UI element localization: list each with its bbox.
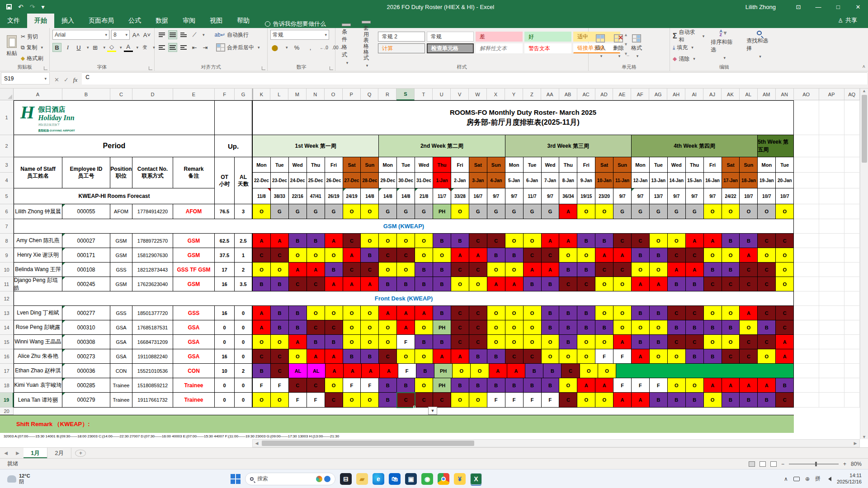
format-cells-button[interactable]: 格式▾ (627, 30, 646, 62)
shift-cell[interactable]: O (379, 234, 397, 248)
shift-cell[interactable]: B (577, 234, 595, 248)
col-header-AH[interactable]: AH (667, 89, 685, 100)
day-header-cell[interactable]: Sat (722, 157, 740, 173)
empty-cell[interactable] (844, 248, 860, 263)
date-header-cell[interactable]: 20-Jan (776, 173, 794, 188)
weather-widget[interactable]: 12°C阴 (0, 473, 90, 484)
align-center-icon[interactable] (168, 43, 177, 52)
shift-cell[interactable]: A (704, 234, 722, 248)
col-header-AI[interactable]: AI (685, 89, 703, 100)
al-cell[interactable]: 0 (235, 306, 252, 320)
shift-cell[interactable]: C (776, 320, 794, 335)
shift-cell[interactable]: O (361, 204, 379, 219)
ot-cell[interactable]: 76.5 (215, 204, 235, 219)
forecast-cell[interactable]: 9/7 (668, 188, 686, 204)
shift-cell[interactable]: B (542, 378, 560, 393)
col-header-L[interactable]: L (270, 89, 288, 100)
col-header-AD[interactable]: AD (595, 89, 613, 100)
empty-cell[interactable] (794, 320, 819, 335)
shift-cell[interactable]: O (487, 320, 505, 335)
shift-cell[interactable]: A (650, 277, 668, 291)
tab-数据[interactable]: 数据 (148, 14, 175, 28)
shift-cell[interactable]: B (487, 248, 505, 263)
number-dialog-launcher[interactable] (330, 66, 333, 70)
empty-cell[interactable] (844, 234, 860, 248)
cell-style-计算[interactable]: 计算 (378, 43, 425, 53)
new-sheet-button[interactable]: + (75, 450, 86, 457)
employee-id-cell[interactable]: 000310 (62, 320, 110, 335)
comma-icon[interactable]: , (306, 43, 315, 52)
shift-cell[interactable]: O (361, 335, 379, 349)
shift-cell[interactable]: O (343, 306, 361, 320)
shift-cell[interactable]: A (507, 364, 525, 378)
shift-cell[interactable]: A (704, 378, 722, 393)
day-header-cell[interactable]: Wed (289, 157, 307, 173)
display-icon[interactable] (793, 477, 800, 481)
shift-cell[interactable]: B (740, 393, 758, 408)
employee-id-cell[interactable]: 000273 (62, 349, 110, 364)
shift-cell[interactable]: O (758, 248, 776, 263)
shift-cell[interactable]: C (577, 277, 595, 291)
position-cell[interactable]: GSM (110, 234, 132, 248)
page-layout-view-icon[interactable] (760, 461, 766, 467)
shift-cell[interactable]: B (543, 364, 561, 378)
forecast-cell[interactable]: 26/19 (325, 188, 343, 204)
shift-cell[interactable]: A (613, 393, 632, 408)
date-header-cell[interactable]: 31-Dec (415, 173, 433, 188)
staff-name-cell[interactable]: Winni Wang 王晶晶 (14, 335, 62, 349)
shift-cell[interactable]: C (307, 320, 325, 335)
shift-cell[interactable]: B (524, 277, 542, 291)
shift-cell[interactable]: O (704, 248, 722, 263)
forecast-cell[interactable]: 16/7 (469, 188, 487, 204)
al-cell[interactable]: 3 (235, 204, 252, 219)
shift-cell[interactable]: C (253, 349, 271, 364)
cell-style-检查单元格[interactable]: 检查单元格 (427, 43, 474, 53)
shift-cell[interactable]: B (776, 378, 794, 393)
col-header-AG[interactable]: AG (649, 89, 667, 100)
empty-cell[interactable] (819, 135, 844, 157)
shift-cell[interactable]: O (451, 277, 469, 291)
shift-cell[interactable]: O (415, 378, 433, 393)
shift-cell[interactable]: C (668, 248, 686, 263)
shift-cell[interactable]: O (668, 378, 686, 393)
shift-cell[interactable]: C (559, 393, 577, 408)
shift-cell[interactable]: O (524, 234, 542, 248)
shift-cell[interactable]: G (542, 204, 560, 219)
date-header-cell[interactable]: 4-Jan (487, 173, 505, 188)
col-header-R[interactable]: R (378, 89, 396, 100)
align-right-icon[interactable] (179, 43, 188, 52)
shift-cell[interactable]: B (289, 306, 307, 320)
shift-cell[interactable]: F (253, 378, 271, 393)
empty-cell[interactable] (794, 306, 819, 320)
shift-cell[interactable]: C (469, 320, 487, 335)
contact-cell[interactable]: 19117661732 (132, 393, 173, 408)
shift-cell[interactable]: B (559, 335, 577, 349)
row-header-11[interactable]: 11 (0, 277, 14, 291)
row-header-7[interactable]: 7 (0, 219, 14, 234)
forecast-cell[interactable]: 9/7 (542, 188, 560, 204)
shift-cell[interactable]: F (398, 364, 416, 378)
shift-cell[interactable]: B (379, 393, 397, 408)
undo-button[interactable]: ↶ (18, 3, 24, 10)
cell-style-好[interactable]: 好 (524, 32, 571, 42)
contact-cell[interactable]: 18212873443 (132, 263, 173, 277)
shift-cell[interactable]: B (469, 378, 487, 393)
shift-cell[interactable]: O (580, 364, 598, 378)
shift-cell[interactable]: B (686, 393, 704, 408)
shift-cell[interactable]: A (686, 234, 704, 248)
shift-cell[interactable]: C (559, 277, 577, 291)
row-header-19[interactable]: 19 (0, 393, 14, 408)
shift-cell[interactable]: C (668, 335, 686, 349)
row-header-18[interactable]: 18 (0, 378, 14, 393)
shift-cell[interactable]: O (487, 306, 505, 320)
bold-button[interactable]: B (52, 43, 61, 52)
shift-cell[interactable]: B (271, 306, 289, 320)
position-cell[interactable]: GSM (110, 248, 132, 263)
shift-cell[interactable]: B (542, 320, 560, 335)
page-break-view-icon[interactable] (770, 461, 777, 467)
shift-cell[interactable]: G (487, 204, 505, 219)
shift-cell[interactable]: O (524, 306, 542, 320)
empty-cell[interactable] (819, 364, 844, 378)
empty-cell[interactable] (819, 188, 844, 204)
shift-cell[interactable]: B (433, 277, 451, 291)
